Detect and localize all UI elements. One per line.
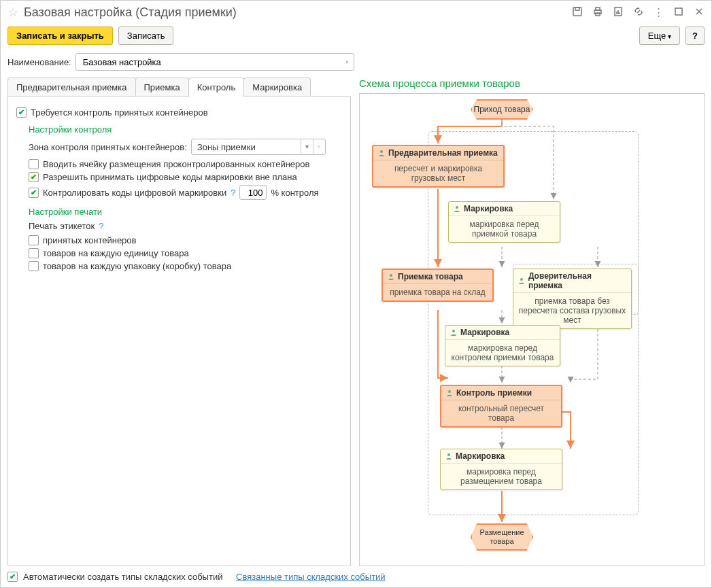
help-button[interactable]: ?: [685, 27, 705, 45]
enter-cell-checkbox[interactable]: [29, 159, 39, 169]
auto-create-label: Автоматически создать типы складских соб…: [23, 572, 222, 582]
svg-rect-0: [573, 7, 581, 16]
tab-control[interactable]: Контроль: [188, 77, 244, 97]
print-opt2-label: товаров на каждую единицу товара: [43, 248, 189, 258]
node-marking-before-placement[interactable]: Маркировка маркировка перед размещением …: [440, 449, 562, 490]
node-marking-before-control[interactable]: Маркировка маркировка перед контролем пр…: [445, 325, 560, 366]
name-input-wrap[interactable]: ▫: [75, 53, 354, 71]
svg-point-8: [456, 206, 458, 209]
close-icon[interactable]: [694, 6, 705, 19]
svg-point-10: [520, 278, 523, 281]
zone-value: Зоны приемки: [192, 142, 301, 152]
control-codes-checkbox[interactable]: [29, 188, 39, 198]
print-opt3-label: товаров на каждую упаковку (коробку) тов…: [43, 261, 231, 271]
print-opt2-checkbox[interactable]: [29, 248, 39, 258]
node-pre-reception[interactable]: Предварительная приемка пересчет и марки…: [372, 145, 505, 188]
allow-digital-label: Разрешить принимать цифровые коды маркир…: [43, 172, 297, 182]
control-codes-label: Контролировать коды цифровой маркировки: [43, 188, 226, 198]
zone-select[interactable]: Зоны приемки ▾ ▫: [191, 139, 326, 155]
tab-reception[interactable]: Приемка: [135, 77, 189, 97]
zone-label: Зона контроля принятых контейнеров:: [29, 142, 187, 152]
auto-create-checkbox[interactable]: [7, 572, 18, 582]
svg-point-12: [448, 390, 451, 393]
print-opt1-checkbox[interactable]: [29, 235, 39, 245]
open-icon[interactable]: ▫: [343, 57, 350, 67]
name-input[interactable]: [82, 56, 344, 68]
svg-point-7: [380, 150, 383, 153]
tab-marking[interactable]: Маркировка: [243, 77, 311, 97]
svg-rect-6: [675, 8, 682, 15]
node-reception-control[interactable]: Контроль приемки контрольный пересчет то…: [440, 385, 562, 428]
save-button[interactable]: Записать: [118, 27, 174, 45]
enter-cell-label: Вводить ячейку размещения проконтролиров…: [43, 159, 309, 169]
print-settings-header: Настройки печати: [29, 207, 342, 217]
percent-input[interactable]: [239, 185, 267, 200]
svg-rect-4: [596, 13, 600, 16]
svg-rect-3: [596, 7, 600, 10]
control-settings-header: Настройки контроля: [29, 124, 342, 135]
svg-rect-1: [575, 7, 579, 10]
tab-pre-reception[interactable]: Предварительная приемка: [7, 77, 136, 97]
svg-point-11: [452, 330, 455, 332]
dropdown-icon[interactable]: ▾: [301, 139, 313, 154]
open-ref-icon[interactable]: ▫: [313, 139, 325, 154]
require-control-label: Требуется контроль принятых контейнеров: [31, 107, 208, 118]
reports-icon[interactable]: [613, 6, 624, 19]
svg-point-13: [447, 453, 450, 456]
scheme-title: Схема процесса приемки товаров: [359, 77, 705, 89]
percent-suffix: % контроля: [271, 188, 318, 198]
allow-digital-checkbox[interactable]: [29, 172, 39, 182]
help-icon[interactable]: ?: [231, 188, 235, 198]
node-start: Приход товара: [471, 99, 533, 120]
require-control-checkbox[interactable]: [16, 107, 27, 118]
print-opt1-label: принятых контейнеров: [43, 235, 136, 245]
save-and-close-button[interactable]: Записать и закрыть: [7, 27, 113, 45]
page-title: Базовая настройка (Стадия приемки): [24, 5, 566, 20]
menu-dots-icon[interactable]: ⋮: [654, 6, 664, 18]
print-icon[interactable]: [592, 6, 603, 19]
help-icon-2[interactable]: ?: [99, 221, 103, 231]
maximize-icon[interactable]: [673, 6, 684, 19]
save-icon[interactable]: [572, 6, 583, 19]
name-label: Наименование:: [7, 57, 71, 67]
node-marking-before-reception[interactable]: Маркировка маркировка перед приемкой тов…: [448, 201, 560, 243]
more-button[interactable]: Еще: [639, 27, 680, 45]
related-types-link[interactable]: Связанные типы складских событий: [236, 572, 386, 582]
node-end: Размещение товара: [471, 523, 533, 551]
print-opt3-checkbox[interactable]: [29, 261, 39, 271]
svg-point-9: [390, 274, 392, 277]
print-labels-label: Печать этикеток: [29, 221, 95, 231]
node-reception[interactable]: Приемка товара приемка товара на склад: [382, 269, 494, 302]
scheme-canvas: Приход товара Предварительная приемка пе…: [359, 93, 705, 566]
favorite-star-icon[interactable]: ☆: [7, 5, 18, 20]
node-trusted-reception[interactable]: Доверительная приемка приемка товара без…: [513, 269, 632, 329]
link-icon[interactable]: [633, 6, 644, 19]
